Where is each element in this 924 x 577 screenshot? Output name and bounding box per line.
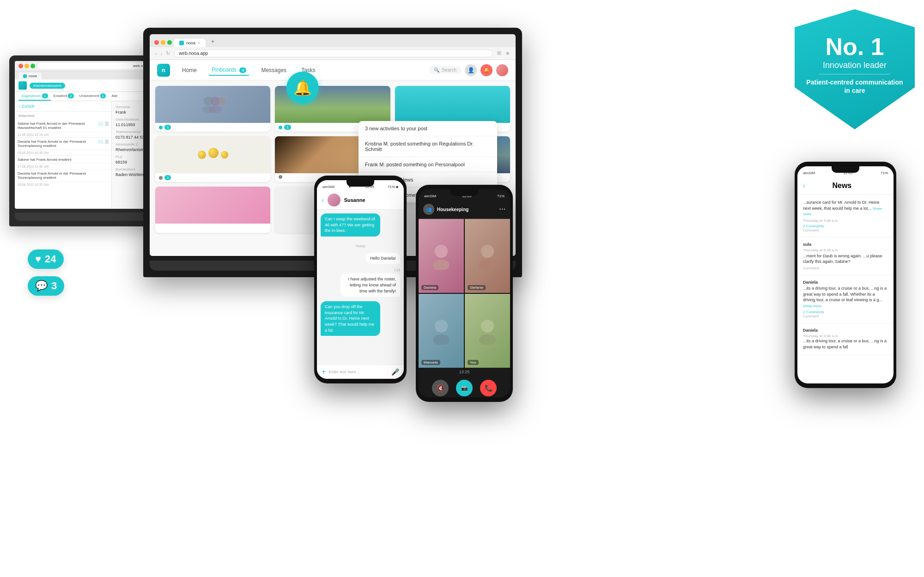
news-item-4: Daniela Thursday at 9:38 a.m. ...its a d… xyxy=(797,323,894,355)
chat-message-1: Can I swap the weekend of 46 with 47? We… xyxy=(321,213,380,237)
video-label-daniela: Daniela xyxy=(421,285,438,290)
video-button[interactable]: 📷 xyxy=(456,380,473,396)
tab-zugewiesen[interactable]: Zugewiesen 1 xyxy=(18,92,51,101)
notif-item-3[interactable]: Frank M. posted something on Personalpoo… xyxy=(359,157,497,172)
svg-point-12 xyxy=(479,334,496,345)
badge-no1: No. 1 xyxy=(825,35,884,59)
nav-pinboards[interactable]: Pinboards 4 xyxy=(209,65,249,76)
bell-icon: 🔔 xyxy=(293,79,312,97)
svg-point-4 xyxy=(209,106,222,113)
comment-action-1[interactable]: Comment xyxy=(803,228,888,232)
carrier-chat: winSIM xyxy=(322,185,334,189)
chat-message-3: I have adjusted the roster, letting me k… xyxy=(340,273,400,297)
end-call-button[interactable]: 📞 xyxy=(480,380,497,396)
notification-icon[interactable]: 🔔 xyxy=(480,64,492,76)
phone-video: winSIM 12:05 71% 👥 Housekeeping ⋯ xyxy=(416,185,762,402)
attached-label: Attached xyxy=(15,112,111,120)
pin-badge-1: 1 xyxy=(164,125,171,130)
small-nav-label: Klientennetzwerk xyxy=(30,83,65,89)
phone-chat: winSIM ▼ 12:05 71% ■ ‹ Susanne Can I swa… xyxy=(314,176,407,383)
chat-message-2: Hello Daniela! xyxy=(366,253,400,264)
carrier-news: winSIM xyxy=(803,171,815,175)
call-time: 13:25 xyxy=(419,368,510,376)
pin-card-1[interactable]: 1 xyxy=(155,86,270,132)
comment-action-3[interactable]: Comment xyxy=(803,314,888,318)
svg-point-10 xyxy=(433,334,450,345)
badge-divider xyxy=(819,74,890,74)
chat-date: Today xyxy=(321,244,400,248)
bell-notification: 🔔 xyxy=(286,72,319,104)
video-label-stefanie: Stefanie xyxy=(468,285,486,290)
back-label: Zurück xyxy=(22,104,35,109)
show-more-1[interactable]: Show more xyxy=(803,207,882,217)
search-bar[interactable]: 🔍 Search xyxy=(429,66,461,74)
svg-point-8 xyxy=(479,260,496,270)
comment-count: 3 xyxy=(51,280,57,292)
main-url[interactable]: web.nooa.app xyxy=(174,49,493,57)
news-item-3: Daniela ...its a driving tour, a cruise … xyxy=(797,275,894,323)
chat-plus-icon[interactable]: + xyxy=(322,368,326,376)
show-more-3[interactable]: Show more xyxy=(803,304,821,308)
phone-news: winSIM 12:05 71% ‹ News ...surance card … xyxy=(795,162,896,388)
comments-count-1[interactable]: 2 Comments xyxy=(803,224,888,228)
list-item[interactable]: Daniela hat Frank Arnold in der Pinnwand… xyxy=(15,138,111,150)
heart-icon: ♥ xyxy=(35,253,41,265)
innovation-badge: No. 1 Innovation leader Patient-centred … xyxy=(795,9,915,129)
mic-icon[interactable]: 🎤 xyxy=(391,368,399,376)
small-tab-label: nooa xyxy=(29,74,37,78)
news-item-2: sula Thursday at 9:38 a.m. ...ment for D… xyxy=(797,237,894,275)
search-placeholder: Search xyxy=(442,67,456,73)
carrier-video: winSIM xyxy=(424,194,436,198)
pin-badge-2: 1 xyxy=(284,125,291,130)
tab-unbestimmt[interactable]: Unbestimmt 1 xyxy=(77,92,109,101)
profile-avatar[interactable] xyxy=(496,64,508,76)
nav-home[interactable]: Home xyxy=(179,65,200,75)
pin-card-4[interactable]: 1 xyxy=(155,136,270,182)
svg-point-9 xyxy=(435,320,448,333)
news-title: News xyxy=(805,182,879,190)
like-count: 24 xyxy=(45,253,56,265)
mute-button[interactable]: 🔇 xyxy=(432,380,449,396)
chat-input[interactable]: Enter text here... xyxy=(328,370,389,374)
list-item[interactable]: Sabine hat Frank Arnold erwähnt xyxy=(15,156,111,164)
tab-alle[interactable]: Alle xyxy=(109,92,120,101)
notif-item-1[interactable]: 3 new activities to your post xyxy=(359,121,497,136)
badge-subtitle: Patient-centred communication in care xyxy=(804,78,906,95)
comments-count-3[interactable]: 2 Comments xyxy=(803,310,888,314)
svg-point-5 xyxy=(435,245,448,258)
user-avatar[interactable]: 👤 xyxy=(465,64,477,76)
pinboards-badge: 4 xyxy=(239,67,246,73)
like-badge: ♥ 24 xyxy=(28,249,64,269)
chat-message-4: Can you drop off the insurance card for … xyxy=(321,301,380,336)
comment-action-2[interactable]: Comment xyxy=(803,266,888,270)
main-tab-label: nooa xyxy=(186,41,195,45)
svg-point-2 xyxy=(219,97,226,105)
news-item-1: ...surance card for Mr. Arnold to Dr. He… xyxy=(797,195,894,237)
tab-erwaehnt[interactable]: Erwähnt 2 xyxy=(51,92,77,101)
list-item[interactable]: Daniela hat Frank Arnold in der Pinnwand… xyxy=(15,170,111,182)
svg-point-11 xyxy=(481,320,494,333)
badge-innovation: Innovation leader xyxy=(823,61,887,70)
video-label-manuela: Manuela xyxy=(421,360,440,365)
svg-point-6 xyxy=(433,260,450,270)
video-group-label: Housekeeping xyxy=(437,207,468,212)
chat-back[interactable]: ‹ xyxy=(322,196,324,204)
comment-badge: 💬 3 xyxy=(28,276,64,296)
video-label-you: You xyxy=(468,360,479,365)
back-button[interactable]: ‹Zurück xyxy=(15,101,111,112)
list-item[interactable]: Sabine hat Frank Arnold in der Pinnwand … xyxy=(15,120,111,132)
chat-contact: Susanne xyxy=(344,197,365,203)
app-logo: n xyxy=(157,64,170,77)
pin-badge-4: 1 xyxy=(164,175,171,180)
nav-messages[interactable]: Messages xyxy=(258,65,289,75)
notif-item-2[interactable]: Kristina M. posted something on Regulati… xyxy=(359,136,497,157)
pin-card-7[interactable] xyxy=(155,187,270,233)
svg-point-7 xyxy=(481,245,494,258)
comment-icon: 💬 xyxy=(35,280,48,292)
